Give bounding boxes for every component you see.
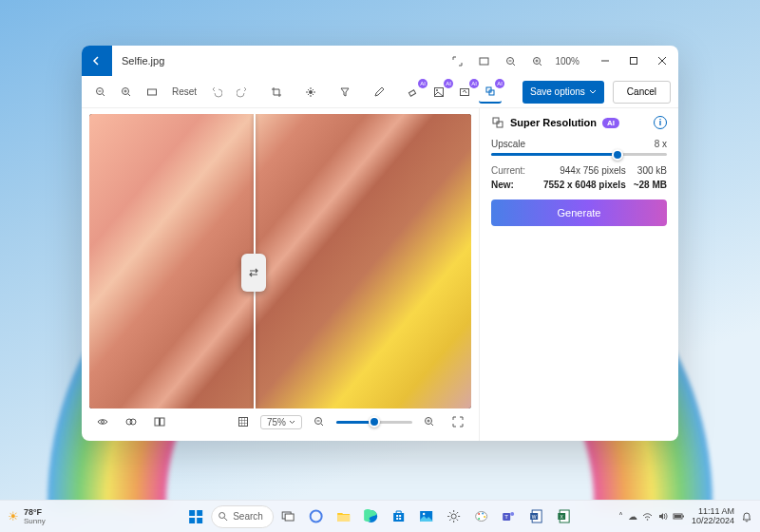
start-button[interactable]	[183, 504, 208, 529]
explorer-icon[interactable]	[332, 504, 356, 529]
cancel-button[interactable]: Cancel	[613, 81, 671, 104]
svg-rect-8	[409, 89, 416, 95]
svg-point-31	[311, 511, 322, 522]
store-icon[interactable]	[387, 504, 411, 529]
zoom-out-icon[interactable]	[498, 48, 522, 73]
background-tool[interactable]: AI	[428, 81, 450, 104]
svg-rect-24	[189, 510, 195, 516]
svg-point-43	[478, 513, 480, 515]
upscale-slider-thumb[interactable]	[612, 149, 623, 161]
svg-point-7	[309, 90, 313, 94]
svg-point-46	[478, 518, 480, 520]
zoom-percent-dropdown[interactable]: 75%	[260, 415, 302, 429]
view-original-icon[interactable]	[91, 410, 114, 433]
info-icon[interactable]: i	[654, 116, 667, 129]
generative-tool[interactable]: AI	[453, 81, 476, 104]
image-canvas[interactable]	[89, 114, 471, 408]
svg-rect-59	[674, 515, 681, 518]
undo-button[interactable]	[205, 81, 228, 104]
compare-toggle-icon[interactable]	[120, 410, 142, 433]
svg-rect-6	[148, 89, 157, 95]
erase-tool[interactable]: AI	[402, 81, 425, 104]
adjust-tool[interactable]	[299, 81, 322, 104]
redo-button[interactable]	[231, 81, 254, 104]
swap-arrows-icon	[247, 266, 260, 279]
fullscreen-icon[interactable]	[446, 410, 469, 433]
svg-point-44	[482, 513, 484, 515]
teams-icon[interactable]: T	[497, 504, 522, 529]
fit-icon[interactable]	[471, 48, 496, 73]
upscale-slider[interactable]	[491, 153, 667, 156]
titlebar: Selfie.jpg 100%	[82, 46, 678, 76]
grid-icon[interactable]	[232, 410, 255, 433]
maximize-button[interactable]	[619, 48, 648, 74]
panel-header: Super Resolution AI i	[491, 116, 667, 129]
svg-rect-18	[161, 418, 165, 426]
upscale-label: Upscale	[491, 139, 525, 149]
close-button[interactable]	[648, 48, 676, 74]
zoom-out-tool[interactable]	[89, 81, 112, 104]
markup-tool[interactable]	[368, 81, 390, 104]
zoom-slider[interactable]	[336, 421, 412, 424]
save-options-button[interactable]: Save options	[522, 81, 604, 104]
svg-rect-3	[631, 58, 637, 65]
battery-icon[interactable]	[673, 511, 685, 522]
svg-point-14	[102, 421, 104, 424]
super-resolution-panel: Super Resolution AI i Upscale 8 x Curren…	[479, 108, 678, 441]
zoom-slider-thumb[interactable]	[369, 416, 380, 428]
svg-point-10	[436, 89, 438, 91]
system-tray[interactable]: ˄ ☁	[618, 511, 685, 522]
crop-tool[interactable]	[265, 81, 288, 104]
ai-badge-icon: AI	[444, 79, 453, 88]
copilot-icon[interactable]	[304, 504, 329, 529]
onedrive-icon[interactable]: ☁	[628, 511, 637, 522]
back-button[interactable]	[82, 46, 112, 76]
generate-button[interactable]: Generate	[491, 200, 667, 226]
svg-point-45	[484, 516, 485, 518]
clock[interactable]: 11:11 AM 10/22/2024	[692, 507, 734, 526]
svg-rect-36	[399, 515, 401, 517]
weather-label: Sunny	[24, 517, 46, 525]
upscale-icon	[491, 116, 504, 129]
new-dims: 7552 x 6048 pixels	[533, 180, 626, 190]
settings-icon[interactable]	[442, 504, 466, 529]
paint-icon[interactable]	[469, 504, 494, 529]
task-view-icon[interactable]	[276, 504, 301, 529]
sun-icon: ☀	[8, 509, 19, 523]
compare-handle[interactable]	[241, 254, 266, 292]
chevron-down-icon	[289, 419, 295, 426]
svg-text:T: T	[505, 514, 509, 520]
new-label: New:	[491, 180, 525, 190]
zoom-in-tool[interactable]	[115, 81, 138, 104]
edge-icon[interactable]	[359, 504, 384, 529]
canvas-area: 75%	[82, 108, 479, 441]
word-icon[interactable]: W	[524, 504, 549, 529]
search-box[interactable]: Search	[211, 505, 274, 528]
panel-title: Super Resolution	[510, 117, 597, 128]
excel-icon[interactable]: X	[552, 504, 577, 529]
minimize-button[interactable]	[591, 48, 619, 74]
fit-tool[interactable]	[141, 81, 163, 104]
weather-widget[interactable]: ☀ 78°F Sunny	[8, 507, 46, 525]
zoom-out-footer[interactable]	[308, 410, 331, 433]
volume-icon[interactable]	[657, 511, 668, 522]
notifications-icon[interactable]	[741, 511, 752, 522]
svg-point-49	[510, 512, 514, 516]
svg-rect-26	[189, 518, 195, 523]
filter-tool[interactable]	[333, 81, 356, 104]
reset-button[interactable]: Reset	[166, 81, 202, 104]
chevron-up-icon[interactable]: ˄	[618, 511, 623, 522]
photos-icon[interactable]	[414, 504, 439, 529]
svg-point-56	[647, 519, 649, 521]
svg-rect-25	[197, 510, 202, 516]
super-resolution-tool[interactable]: AI	[479, 81, 502, 104]
expand-icon[interactable]	[445, 48, 469, 73]
zoom-in-icon[interactable]	[524, 48, 549, 73]
svg-rect-23	[497, 122, 503, 127]
svg-rect-35	[396, 515, 398, 517]
ai-badge-icon: AI	[495, 79, 504, 88]
zoom-in-footer[interactable]	[418, 410, 441, 433]
arrow-left-icon	[91, 55, 103, 66]
wifi-icon[interactable]	[642, 511, 653, 522]
split-view-icon[interactable]	[148, 410, 171, 433]
